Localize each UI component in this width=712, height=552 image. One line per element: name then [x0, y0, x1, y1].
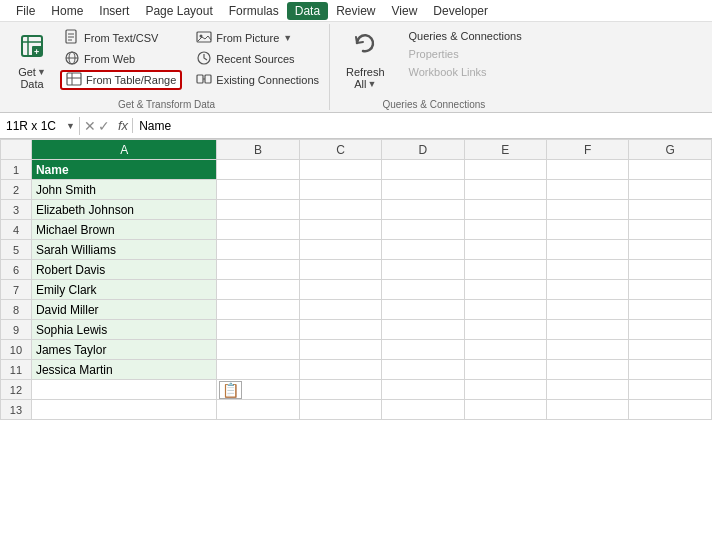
cell-c6[interactable]	[299, 260, 381, 280]
menu-developer[interactable]: Developer	[425, 2, 496, 20]
cell-c4[interactable]	[299, 220, 381, 240]
cell-d10[interactable]	[382, 340, 464, 360]
cell-f9[interactable]	[547, 320, 629, 340]
cell-d1[interactable]	[382, 160, 464, 180]
cell-b8[interactable]	[217, 300, 299, 320]
cell-d8[interactable]	[382, 300, 464, 320]
cell-d13[interactable]	[382, 400, 464, 420]
col-header-f[interactable]: F	[547, 140, 629, 160]
cell-e5[interactable]	[464, 240, 546, 260]
cell-c13[interactable]	[299, 400, 381, 420]
cell-e7[interactable]	[464, 280, 546, 300]
table-row[interactable]: 7Emily Clark	[1, 280, 712, 300]
cell-f2[interactable]	[547, 180, 629, 200]
cell-f5[interactable]	[547, 240, 629, 260]
cell-b5[interactable]	[217, 240, 299, 260]
from-text-csv-button[interactable]: From Text/CSV	[60, 28, 182, 48]
cell-a4[interactable]: Michael Brown	[31, 220, 216, 240]
cell-e13[interactable]	[464, 400, 546, 420]
cell-c11[interactable]	[299, 360, 381, 380]
col-header-c[interactable]: C	[299, 140, 381, 160]
menu-file[interactable]: File	[8, 2, 43, 20]
cell-d3[interactable]	[382, 200, 464, 220]
cell-f11[interactable]	[547, 360, 629, 380]
table-row[interactable]: 6Robert Davis	[1, 260, 712, 280]
cell-g13[interactable]	[629, 400, 712, 420]
cell-a9[interactable]: Sophia Lewis	[31, 320, 216, 340]
menu-view[interactable]: View	[384, 2, 426, 20]
cell-e3[interactable]	[464, 200, 546, 220]
col-header-g[interactable]: G	[629, 140, 712, 160]
cell-f10[interactable]	[547, 340, 629, 360]
cell-a10[interactable]: James Taylor	[31, 340, 216, 360]
cell-e11[interactable]	[464, 360, 546, 380]
queries-connections-item[interactable]: Queries & Connections	[405, 28, 526, 44]
table-row[interactable]: 8David Miller	[1, 300, 712, 320]
cell-d12[interactable]	[382, 380, 464, 400]
cell-b10[interactable]	[217, 340, 299, 360]
col-header-a[interactable]: A	[31, 140, 216, 160]
cell-ref-dropdown[interactable]: ▼	[66, 121, 75, 131]
cell-c9[interactable]	[299, 320, 381, 340]
cell-g8[interactable]	[629, 300, 712, 320]
paste-icon[interactable]: 📋	[219, 381, 242, 399]
cell-d2[interactable]	[382, 180, 464, 200]
get-data-button[interactable]: + Get ▼ Data	[10, 28, 54, 88]
cell-g1[interactable]	[629, 160, 712, 180]
table-row[interactable]: 13	[1, 400, 712, 420]
cell-b2[interactable]	[217, 180, 299, 200]
recent-sources-button[interactable]: Recent Sources	[192, 49, 323, 69]
cell-e8[interactable]	[464, 300, 546, 320]
cell-e1[interactable]	[464, 160, 546, 180]
from-web-button[interactable]: From Web	[60, 49, 182, 69]
col-header-e[interactable]: E	[464, 140, 546, 160]
cell-f8[interactable]	[547, 300, 629, 320]
cell-b13[interactable]	[217, 400, 299, 420]
cell-a3[interactable]: Elizabeth Johnson	[31, 200, 216, 220]
cell-a13[interactable]	[31, 400, 216, 420]
cell-f6[interactable]	[547, 260, 629, 280]
cell-b4[interactable]	[217, 220, 299, 240]
table-row[interactable]: 12📋	[1, 380, 712, 400]
cell-d9[interactable]	[382, 320, 464, 340]
cell-g3[interactable]	[629, 200, 712, 220]
menu-insert[interactable]: Insert	[91, 2, 137, 20]
cell-a5[interactable]: Sarah Williams	[31, 240, 216, 260]
from-picture-button[interactable]: From Picture ▼	[192, 28, 323, 48]
cell-b3[interactable]	[217, 200, 299, 220]
cell-ref-input[interactable]	[6, 119, 66, 133]
cell-d5[interactable]	[382, 240, 464, 260]
cell-b6[interactable]	[217, 260, 299, 280]
cell-b1[interactable]	[217, 160, 299, 180]
menu-data[interactable]: Data	[287, 2, 328, 20]
cell-a1[interactable]: Name	[31, 160, 216, 180]
cell-a8[interactable]: David Miller	[31, 300, 216, 320]
refresh-all-button[interactable]: Refresh All ▼	[338, 28, 393, 88]
cell-a12[interactable]	[31, 380, 216, 400]
cell-c1[interactable]	[299, 160, 381, 180]
cell-f1[interactable]	[547, 160, 629, 180]
cell-d11[interactable]	[382, 360, 464, 380]
cell-f4[interactable]	[547, 220, 629, 240]
cell-a6[interactable]: Robert Davis	[31, 260, 216, 280]
cell-a11[interactable]: Jessica Martin	[31, 360, 216, 380]
cell-d7[interactable]	[382, 280, 464, 300]
cell-e6[interactable]	[464, 260, 546, 280]
table-row[interactable]: 10James Taylor	[1, 340, 712, 360]
cell-b12[interactable]: 📋	[217, 380, 299, 400]
table-row[interactable]: 3Elizabeth Johnson	[1, 200, 712, 220]
cell-c10[interactable]	[299, 340, 381, 360]
menu-review[interactable]: Review	[328, 2, 383, 20]
cell-e9[interactable]	[464, 320, 546, 340]
cell-reference-box[interactable]: ▼	[0, 117, 80, 135]
table-row[interactable]: 2John Smith	[1, 180, 712, 200]
cell-b7[interactable]	[217, 280, 299, 300]
menu-formulas[interactable]: Formulas	[221, 2, 287, 20]
cell-g10[interactable]	[629, 340, 712, 360]
cell-d6[interactable]	[382, 260, 464, 280]
cell-c3[interactable]	[299, 200, 381, 220]
cell-b9[interactable]	[217, 320, 299, 340]
cell-c5[interactable]	[299, 240, 381, 260]
cell-e10[interactable]	[464, 340, 546, 360]
cell-g12[interactable]	[629, 380, 712, 400]
